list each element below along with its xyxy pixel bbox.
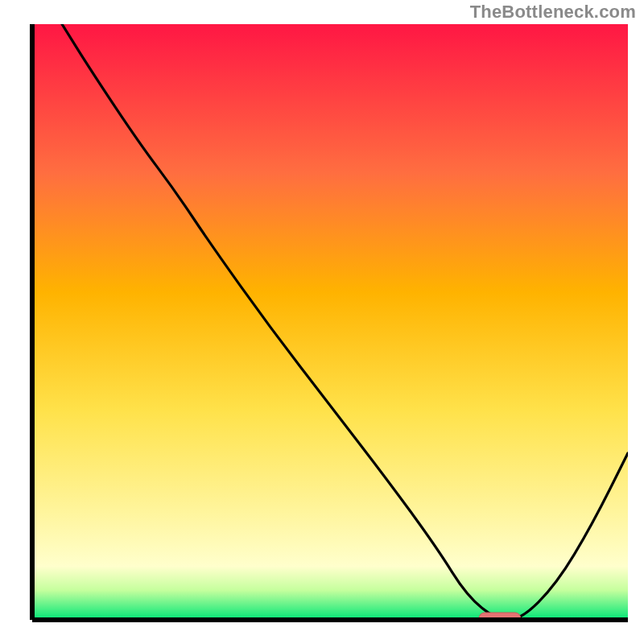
plot-background [32,24,628,620]
watermark-text: TheBottleneck.com [470,2,636,23]
bottleneck-chart [0,0,644,644]
